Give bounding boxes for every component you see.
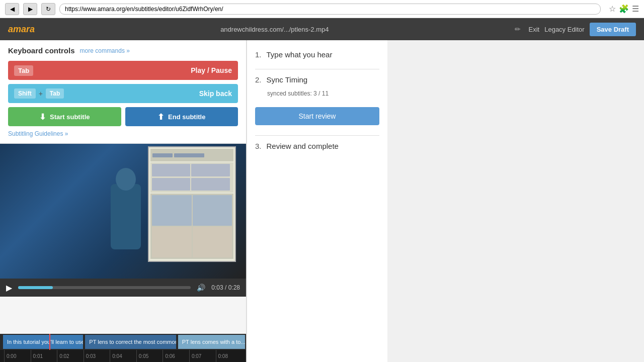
main-layout: Keyboard controls more commands » Tab Pl… [0,40,644,362]
video-placeholder [0,144,246,279]
timeline-chip-1: In this tutorial you'll learn to use [3,335,83,349]
plus-sign: + [39,89,43,98]
back-button[interactable]: ◀ [5,3,19,15]
bookmark-icon[interactable]: ☆ [609,4,616,14]
ruler-0-05: 0:05 [136,350,163,362]
step-1-text: Type what you hear [267,50,333,59]
subtitling-guidelines-link[interactable]: Subtitling Guidelines » [8,130,238,137]
step-3-number: 3. [255,142,262,150]
step-3-text: Review and complete [267,142,339,150]
step-1-number: 1. [255,50,262,59]
legacy-editor-button[interactable]: Legacy Editor [544,26,585,33]
divider-1 [255,69,379,69]
play-pause-row: Tab Play / Pause [8,61,238,80]
synced-subtitles-detail: synced subtitles: 3 / 11 [267,90,329,97]
ruler-0-01: 0:01 [31,350,57,362]
steps-section: 1. Type what you hear 2. Sync Timing syn… [255,50,379,352]
left-panel: Keyboard controls more commands » Tab Pl… [0,40,247,362]
amara-logo: amara [8,24,35,35]
play-pause-button[interactable]: ▶ [6,283,12,293]
exit-button[interactable]: Exit [529,26,540,33]
end-subtitle-label: End subtitle [168,113,205,121]
timeline[interactable]: In this tutorial you'll learn to use PT … [0,334,246,362]
step-2-item: 2. Sync Timing synced subtitles: 3 / 11 … [255,75,379,125]
ruler-0-06: 0:06 [163,350,189,362]
skip-back-label: Skip back [199,89,232,98]
timeline-subtitles: In this tutorial you'll learn to use PT … [0,334,246,350]
forward-button[interactable]: ▶ [23,3,37,15]
start-subtitle-label: Start subtitle [50,113,90,121]
ruler-0-07: 0:07 [189,350,216,362]
play-pause-label: Play / Pause [191,66,232,74]
time-display: 0:03 / 0:28 [211,284,240,291]
end-subtitle-button[interactable]: ⬆ End subtitle [125,107,238,126]
header-actions: Exit Legacy Editor Save Draft [529,23,636,36]
ruler-0-03: 0:03 [84,350,110,362]
refresh-button[interactable]: ↻ [41,3,55,15]
progress-bar[interactable] [18,286,191,289]
video-controls-bar: ▶ 🔊 0:03 / 0:28 [0,279,246,297]
skip-back-row: Shift + Tab Skip back [8,84,238,103]
skip-key-group: Shift + Tab [14,88,64,99]
ruler-0-00: 0:00 [4,350,31,362]
controls-header: Keyboard controls more commands » [8,46,238,55]
url-bar[interactable] [59,4,601,15]
arrow-down-icon: ⬇ [39,112,46,122]
more-commands-link[interactable]: more commands » [80,47,130,54]
keyboard-controls-panel: Keyboard controls more commands » Tab Pl… [0,40,246,144]
step-1-item: 1. Type what you hear [255,50,379,59]
divider-2 [255,135,379,136]
progress-fill [18,286,53,289]
timeline-ruler: 0:00 0:01 0:02 0:03 0:04 0:05 0:06 0:07 … [0,350,246,362]
controls-title: Keyboard controls [8,46,75,55]
step-2-text: Sync Timing [267,75,308,84]
app-header: amara andrewchildress.com/.../ptlens-2.m… [0,18,644,40]
start-review-button[interactable]: Start review [255,107,379,125]
extensions-icon[interactable]: 🧩 [619,4,629,14]
file-name: andrewchildress.com/.../ptlens-2.mp4 [43,26,506,33]
ruler-0-08: 0:08 [216,350,243,362]
edit-filename-icon[interactable]: ✏ [515,25,521,33]
right-panel: 1. Type what you hear 2. Sync Timing syn… [247,40,387,362]
video-container [0,144,246,279]
shift-key: Shift [14,88,36,99]
ruler-0-02: 0:02 [57,350,84,362]
video-area: ▶ 🔊 0:03 / 0:28 [0,144,246,334]
arrow-up-icon: ⬆ [157,112,164,122]
tab-key-label: Tab [14,65,33,76]
timeline-chip-3: PT lens comes with a to... [178,335,245,349]
volume-icon[interactable]: 🔊 [197,284,205,292]
tab-key2: Tab [46,88,64,99]
step-3-item: 3. Review and complete [255,142,379,150]
ruler-0-04: 0:04 [110,350,136,362]
menu-icon[interactable]: ☰ [632,4,639,14]
step-2-number: 2. [255,75,262,84]
start-subtitle-button[interactable]: ⬇ Start subtitle [8,107,121,126]
save-draft-button[interactable]: Save Draft [590,23,636,36]
browser-chrome: ◀ ▶ ↻ ☆ 🧩 ☰ [0,0,644,18]
timeline-chip-2: PT lens to correct the most common [85,335,176,349]
